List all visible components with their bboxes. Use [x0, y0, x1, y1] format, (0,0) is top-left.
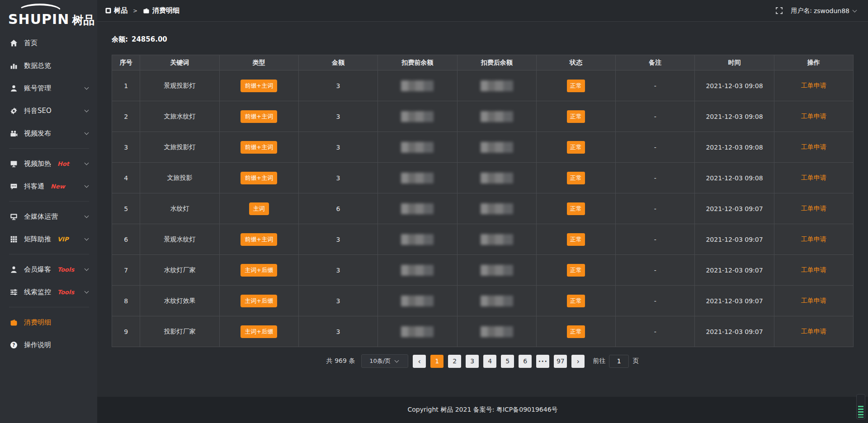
- monitor-icon: [10, 213, 18, 221]
- sidebar-item-all-media[interactable]: 全媒体运营: [0, 205, 97, 228]
- cell-time: 2021-12-03 09:07: [695, 255, 774, 286]
- masked-pre-balance: [401, 265, 434, 276]
- total-count: 共 969 条: [326, 357, 355, 365]
- ticket-apply-link[interactable]: 工单申请: [801, 113, 826, 120]
- chevron-down-icon: [85, 131, 89, 135]
- type-badge: 主词: [249, 202, 269, 215]
- cell-keyword: 景观投影灯: [140, 70, 219, 101]
- cell-amount: 3: [298, 132, 377, 163]
- sliders-icon: [10, 288, 18, 296]
- ticket-apply-link[interactable]: 工单申请: [801, 328, 826, 335]
- table-row: 1 景观投影灯 前缀+主词 3 正常 - 2021-12-03 09:08 工单…: [112, 70, 854, 101]
- sidebar-item-matrix-boost[interactable]: 矩阵助推 VIP: [0, 228, 97, 250]
- page-button-3[interactable]: 3: [466, 355, 479, 368]
- sidebar-item-label: 消费明细: [24, 318, 51, 327]
- ticket-apply-link[interactable]: 工单申请: [801, 82, 826, 89]
- next-page-button[interactable]: ›: [571, 355, 585, 368]
- masked-post-balance: [481, 234, 513, 245]
- sidebar-item-doketong[interactable]: 抖客通 New: [0, 175, 97, 197]
- sidebar-item-instructions[interactable]: ? 操作说明: [0, 334, 97, 356]
- ticket-apply-link[interactable]: 工单申请: [801, 205, 826, 212]
- widget-stripes-icon: [858, 406, 863, 418]
- page-size-select[interactable]: 10条/页: [361, 354, 408, 368]
- sidebar-item-video-publish[interactable]: 视频发布: [0, 122, 97, 145]
- balance-value: 24856.00: [132, 35, 167, 44]
- cell-keyword: 文旅投影灯: [140, 132, 219, 163]
- chevron-down-icon: [85, 183, 89, 188]
- table-row: 5 水纹灯 主词 6 正常 - 2021-12-03 09:07 工单申请: [112, 193, 854, 224]
- table-row: 6 景观水纹灯 前缀+主词 3 正常 - 2021-12-03 09:07 工单…: [112, 224, 854, 255]
- sidebar-item-member-burst[interactable]: 会员爆客 Tools: [0, 258, 97, 281]
- ticket-apply-link[interactable]: 工单申请: [801, 143, 826, 150]
- browser-extension-widget[interactable]: [856, 394, 865, 419]
- sidebar-item-label: 视频加热: [24, 160, 51, 168]
- cell-index: 9: [112, 316, 140, 347]
- sidebar-item-label: 首页: [24, 39, 38, 47]
- page-button-6[interactable]: 6: [519, 355, 532, 368]
- ticket-apply-link[interactable]: 工单申请: [801, 297, 826, 304]
- cell-amount: 3: [298, 286, 377, 316]
- cell-amount: 3: [298, 224, 377, 255]
- breadcrumb-current[interactable]: 消费明细: [143, 6, 179, 15]
- masked-pre-balance: [401, 203, 434, 214]
- grid-icon: [10, 235, 18, 243]
- cell-remark: -: [616, 193, 695, 224]
- cell-time: 2021-12-03 09:07: [695, 316, 774, 347]
- chevron-down-icon: [85, 85, 89, 90]
- cell-time: 2021-12-03 09:08: [695, 101, 774, 132]
- cell-keyword: 水纹灯: [140, 193, 219, 224]
- status-badge: 正常: [567, 80, 585, 92]
- type-badge: 前缀+主词: [241, 233, 277, 246]
- sidebar-item-douyin-seo[interactable]: 抖音SEO: [0, 99, 97, 122]
- breadcrumb-home[interactable]: 树品: [105, 6, 127, 15]
- sidebar-item-label: 抖客通: [24, 182, 44, 191]
- masked-post-balance: [481, 80, 513, 91]
- ticket-apply-link[interactable]: 工单申请: [801, 174, 826, 181]
- cell-remark: -: [616, 286, 695, 316]
- chat-icon: [10, 183, 18, 190]
- new-badge: New: [51, 183, 65, 190]
- ticket-apply-link[interactable]: 工单申请: [801, 235, 826, 243]
- tools-badge: Tools: [57, 266, 74, 273]
- cell-amount: 3: [298, 163, 377, 193]
- sidebar-item-consumption-detail[interactable]: 消费明细: [0, 311, 97, 334]
- cell-amount: 6: [298, 193, 377, 224]
- question-icon: ?: [10, 341, 18, 349]
- status-badge: 正常: [567, 141, 585, 154]
- hot-badge: Hot: [57, 160, 69, 167]
- sidebar-item-label: 会员爆客: [24, 265, 51, 274]
- cell-amount: 3: [298, 70, 377, 101]
- ticket-apply-link[interactable]: 工单申请: [801, 266, 826, 273]
- sidebar-item-data-overview[interactable]: 数据总览: [0, 54, 97, 77]
- masked-pre-balance: [401, 173, 434, 183]
- type-badge: 前缀+主词: [241, 110, 277, 123]
- sidebar-item-label: 全媒体运营: [24, 212, 58, 221]
- page-button-4[interactable]: 4: [483, 355, 496, 368]
- goto-page-input[interactable]: [609, 355, 629, 368]
- more-pages-button[interactable]: •••: [536, 355, 549, 368]
- sidebar-item-label: 视频发布: [24, 129, 51, 138]
- page-button-1[interactable]: 1: [430, 355, 443, 368]
- cell-time: 2021-12-03 09:08: [695, 132, 774, 163]
- user-menu[interactable]: 用户名: zswodun88: [791, 7, 858, 15]
- top-bar: 树品 > 消费明细 用户名: zswodun88: [97, 0, 868, 22]
- type-badge: 主词+后缀: [241, 295, 277, 307]
- balance-display: 余额: 24856.00: [112, 35, 854, 44]
- cell-remark: -: [616, 101, 695, 132]
- prev-page-button[interactable]: ‹: [413, 355, 426, 368]
- cell-keyword: 水纹灯厂家: [140, 255, 219, 286]
- sidebar-item-account-manage[interactable]: 账号管理: [0, 77, 97, 99]
- col-header-time: 时间: [695, 55, 774, 70]
- col-header-keyword: 关键词: [140, 55, 219, 70]
- fullscreen-icon[interactable]: [776, 7, 783, 14]
- sidebar-item-home[interactable]: 首页: [0, 32, 97, 54]
- cell-amount: 3: [298, 255, 377, 286]
- footer-bar: Copyright 树品 2021 备案号: 粤ICP备09019646号: [97, 397, 868, 423]
- page-button-97[interactable]: 97: [554, 355, 567, 368]
- page-button-2[interactable]: 2: [448, 355, 461, 368]
- cell-keyword: 水纹灯效果: [140, 286, 219, 316]
- page-button-5[interactable]: 5: [501, 355, 514, 368]
- sidebar-item-lead-monitor[interactable]: 线索监控 Tools: [0, 281, 97, 303]
- app-logo: SHUPIN 树品: [0, 0, 97, 28]
- sidebar-item-video-heat[interactable]: 视频加热 Hot: [0, 152, 97, 175]
